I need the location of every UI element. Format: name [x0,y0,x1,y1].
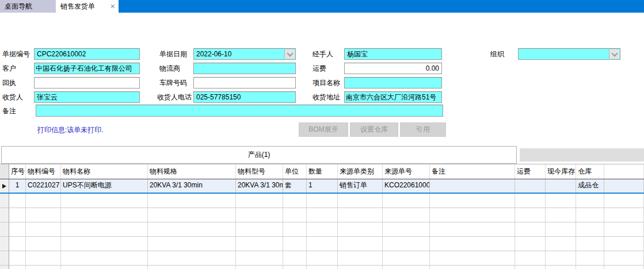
chevron-down-icon [611,50,618,56]
empty-cell [26,194,61,208]
freight-field[interactable]: 0.00 [344,63,442,74]
cell-spec[interactable]: 20KVA 3/1 30min [148,179,236,193]
empty-cell [61,222,148,237]
col-header-freight[interactable]: 运费 [515,164,546,179]
col-header-source-no[interactable]: 来源单号 [383,164,430,179]
empty-cell [546,237,576,251]
delivery-address-field[interactable]: 南京市六合区大厂沿河路51号 [344,91,442,103]
tab-desktop-nav-label: 桌面导航 [5,2,32,10]
grid-select-all[interactable] [0,164,9,179]
doc-date-field[interactable]: 2022-06-10 [193,48,296,60]
tab-sales-delivery[interactable]: 销售发货单 × [56,0,119,13]
receipt-label: 回执 [2,77,16,89]
empty-cell [338,251,383,266]
plate-no-label: 车牌号码 [159,77,187,89]
cell-seq[interactable]: 1 [9,179,26,193]
empty-cell [236,194,283,208]
org-dropdown-button[interactable] [609,49,619,59]
empty-cell [307,208,338,222]
project-field[interactable] [344,77,442,89]
cell-filler [604,179,644,193]
col-header-code[interactable]: 物料编号 [26,164,61,179]
col-header-source-type[interactable]: 来源单类别 [338,164,383,179]
empty-cell [604,237,644,251]
col-header-spec[interactable]: 物料规格 [148,164,236,179]
cell-source-type[interactable]: 销售订单 [338,179,383,193]
empty-cell [283,194,307,208]
empty-cell [576,266,604,269]
row-selector[interactable] [0,179,9,193]
doc-date-dropdown-button[interactable] [284,49,295,59]
cell-qty[interactable]: 1 [307,179,338,193]
org-field[interactable] [518,48,620,60]
sales-delivery-window: 桌面导航 销售发货单 × 单据编号 CPC220610002 单据日期 2022… [0,0,644,269]
empty-cell [546,251,576,266]
logistics-field[interactable] [193,63,296,74]
row-selector [0,222,9,237]
cell-remark[interactable] [430,179,515,193]
doc-no-label: 单据编号 [2,48,30,60]
row-selector [0,208,9,222]
reference-button[interactable]: 引用 [400,122,446,137]
empty-cell [9,266,26,269]
col-header-seq[interactable]: 序号 [9,164,26,179]
empty-cell [26,208,61,222]
cell-model[interactable]: 20KVA 3/1 30min [236,179,283,193]
empty-cell [61,237,148,251]
empty-cell [383,266,430,269]
row-selector [0,237,9,251]
cell-freight[interactable] [515,179,546,193]
doc-no-field[interactable]: CPC220610002 [34,48,140,60]
receipt-field[interactable] [34,77,140,89]
empty-cell [604,194,644,208]
cell-unit[interactable]: 套 [283,179,307,193]
empty-cell [430,222,515,237]
consignee-phone-field[interactable]: 025-57785150 [193,91,296,103]
empty-grid-row [0,237,644,251]
cell-source-no[interactable]: KCO220610002 [383,179,430,193]
empty-grid-row [0,266,644,269]
empty-cell [148,222,236,237]
table-row[interactable]: 1 C0221027 UPS不间断电源 20KVA 3/1 30min 20KV… [0,179,644,194]
col-header-model[interactable]: 物料型号 [236,164,283,179]
empty-grid-row [0,222,644,237]
delivery-address-label: 收货地址 [313,91,340,103]
doc-date-label: 单据日期 [159,48,187,60]
empty-cell [148,208,236,222]
cell-stock[interactable] [546,179,576,193]
empty-cell [546,222,576,237]
handler-field[interactable]: 杨国宝 [344,48,442,60]
cell-name[interactable]: UPS不间断电源 [61,179,148,193]
col-header-unit[interactable]: 单位 [283,164,307,179]
col-header-warehouse[interactable]: 仓库 [576,164,604,179]
empty-cell [236,237,283,251]
empty-cell [576,208,604,222]
empty-grid-row [0,251,644,266]
col-header-qty[interactable]: 数量 [307,164,338,179]
consignee-field[interactable]: 张宝云 [34,91,140,103]
empty-cell [307,251,338,266]
empty-cell [604,208,644,222]
col-header-name[interactable]: 物料名称 [61,164,148,179]
empty-cell [26,222,61,237]
empty-cell [61,266,148,269]
project-label: 项目名称 [313,77,340,89]
tab-desktop-nav[interactable]: 桌面导航 [0,0,56,13]
close-icon[interactable]: × [110,0,115,13]
bom-expand-button[interactable]: BOM展开 [299,122,348,137]
remark-field[interactable] [36,105,443,117]
plate-no-field[interactable] [193,77,296,89]
set-warehouse-button[interactable]: 设置仓库 [350,122,398,137]
empty-cell [307,194,338,208]
empty-cell [604,222,644,237]
empty-cell [148,266,236,269]
customer-field[interactable]: 中国石化扬子石油化工有限公司 [34,63,140,74]
doc-date-value: 2022-06-10 [196,50,231,58]
cell-warehouse[interactable]: 成品仓 [576,179,604,193]
cell-code[interactable]: C0221027 [26,179,61,193]
chevron-down-icon [287,50,293,56]
col-header-remark[interactable]: 备注 [430,164,515,179]
empty-cell [430,194,515,208]
empty-cell [604,266,644,269]
col-header-stock[interactable]: 现今库存 [546,164,576,179]
